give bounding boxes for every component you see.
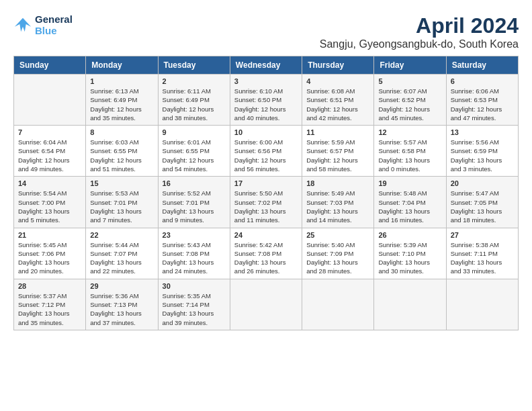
calendar-cell: 26Sunrise: 5:39 AMSunset: 7:10 PMDayligh… — [374, 228, 446, 279]
day-info: Sunrise: 6:11 AMSunset: 6:49 PMDaylight:… — [163, 87, 226, 122]
day-number: 25 — [306, 231, 369, 239]
calendar-table: SundayMondayTuesdayWednesdayThursdayFrid… — [13, 56, 519, 330]
day-number: 12 — [378, 128, 441, 136]
header-row: SundayMondayTuesdayWednesdayThursdayFrid… — [14, 56, 519, 75]
day-info: Sunrise: 5:53 AMSunset: 7:01 PMDaylight:… — [90, 189, 153, 224]
logo: General Blue — [13, 13, 73, 36]
calendar-title: April 2024 — [320, 13, 519, 38]
day-info: Sunrise: 6:07 AMSunset: 6:52 PMDaylight:… — [378, 87, 441, 122]
calendar-cell: 5Sunrise: 6:07 AMSunset: 6:52 PMDaylight… — [374, 75, 446, 126]
day-info: Sunrise: 5:36 AMSunset: 7:13 PMDaylight:… — [90, 291, 153, 327]
calendar-cell: 18Sunrise: 5:49 AMSunset: 7:03 PMDayligh… — [302, 177, 374, 228]
calendar-cell — [14, 75, 86, 126]
day-info: Sunrise: 5:49 AMSunset: 7:03 PMDaylight:… — [306, 189, 369, 224]
calendar-cell: 15Sunrise: 5:53 AMSunset: 7:01 PMDayligh… — [86, 177, 158, 228]
calendar-cell — [302, 279, 374, 330]
day-number: 22 — [90, 231, 153, 239]
day-info: Sunrise: 5:43 AMSunset: 7:08 PMDaylight:… — [163, 240, 226, 276]
calendar-cell: 27Sunrise: 5:38 AMSunset: 7:11 PMDayligh… — [446, 228, 518, 279]
day-number: 20 — [451, 179, 514, 187]
header-cell-friday: Friday — [374, 56, 446, 75]
day-number: 30 — [163, 282, 226, 290]
calendar-cell: 7Sunrise: 6:04 AMSunset: 6:54 PMDaylight… — [14, 126, 86, 177]
header-cell-saturday: Saturday — [446, 56, 518, 75]
calendar-cell: 28Sunrise: 5:37 AMSunset: 7:12 PMDayligh… — [14, 279, 86, 330]
day-info: Sunrise: 6:01 AMSunset: 6:55 PMDaylight:… — [163, 138, 226, 173]
day-number: 2 — [163, 77, 226, 85]
header-cell-wednesday: Wednesday — [230, 56, 302, 75]
calendar-cell: 25Sunrise: 5:40 AMSunset: 7:09 PMDayligh… — [302, 228, 374, 279]
calendar-cell: 10Sunrise: 6:00 AMSunset: 6:56 PMDayligh… — [230, 126, 302, 177]
calendar-cell: 13Sunrise: 5:56 AMSunset: 6:59 PMDayligh… — [446, 126, 518, 177]
title-block: April 2024 Sangju, Gyeongsangbuk-do, Sou… — [320, 13, 519, 50]
day-info: Sunrise: 6:04 AMSunset: 6:54 PMDaylight:… — [18, 138, 81, 173]
day-info: Sunrise: 6:10 AMSunset: 6:50 PMDaylight:… — [234, 87, 298, 122]
calendar-cell: 30Sunrise: 5:35 AMSunset: 7:14 PMDayligh… — [158, 279, 230, 330]
day-info: Sunrise: 5:57 AMSunset: 6:58 PMDaylight:… — [378, 138, 441, 173]
day-number: 26 — [378, 231, 441, 239]
day-number: 23 — [163, 231, 226, 239]
calendar-cell: 17Sunrise: 5:50 AMSunset: 7:02 PMDayligh… — [230, 177, 302, 228]
logo-icon — [13, 15, 32, 34]
header-cell-sunday: Sunday — [14, 56, 86, 75]
calendar-cell: 14Sunrise: 5:54 AMSunset: 7:00 PMDayligh… — [14, 177, 86, 228]
calendar-body: 1Sunrise: 6:13 AMSunset: 6:49 PMDaylight… — [14, 75, 519, 330]
day-info: Sunrise: 5:56 AMSunset: 6:59 PMDaylight:… — [451, 138, 514, 173]
calendar-week-row: 14Sunrise: 5:54 AMSunset: 7:00 PMDayligh… — [14, 177, 519, 228]
svg-marker-0 — [15, 18, 31, 32]
day-info: Sunrise: 5:38 AMSunset: 7:11 PMDaylight:… — [451, 240, 514, 276]
calendar-cell — [374, 279, 446, 330]
calendar-cell: 9Sunrise: 6:01 AMSunset: 6:55 PMDaylight… — [158, 126, 230, 177]
calendar-cell: 11Sunrise: 5:59 AMSunset: 6:57 PMDayligh… — [302, 126, 374, 177]
day-number: 18 — [306, 179, 369, 187]
calendar-cell: 22Sunrise: 5:44 AMSunset: 7:07 PMDayligh… — [86, 228, 158, 279]
day-info: Sunrise: 5:35 AMSunset: 7:14 PMDaylight:… — [163, 291, 226, 327]
day-number: 8 — [90, 128, 153, 136]
calendar-cell: 16Sunrise: 5:52 AMSunset: 7:01 PMDayligh… — [158, 177, 230, 228]
header-cell-tuesday: Tuesday — [158, 56, 230, 75]
calendar-header: SundayMondayTuesdayWednesdayThursdayFrid… — [14, 56, 519, 75]
calendar-cell: 21Sunrise: 5:45 AMSunset: 7:06 PMDayligh… — [14, 228, 86, 279]
day-number: 7 — [18, 128, 81, 136]
day-info: Sunrise: 6:03 AMSunset: 6:55 PMDaylight:… — [90, 138, 153, 173]
day-info: Sunrise: 5:52 AMSunset: 7:01 PMDaylight:… — [163, 189, 226, 224]
day-info: Sunrise: 6:00 AMSunset: 6:56 PMDaylight:… — [234, 138, 298, 173]
calendar-cell: 20Sunrise: 5:47 AMSunset: 7:05 PMDayligh… — [446, 177, 518, 228]
day-info: Sunrise: 5:45 AMSunset: 7:06 PMDaylight:… — [18, 240, 81, 276]
day-info: Sunrise: 6:08 AMSunset: 6:51 PMDaylight:… — [306, 87, 369, 122]
calendar-cell: 6Sunrise: 6:06 AMSunset: 6:53 PMDaylight… — [446, 75, 518, 126]
day-number: 9 — [163, 128, 226, 136]
day-number: 27 — [451, 231, 514, 239]
calendar-week-row: 1Sunrise: 6:13 AMSunset: 6:49 PMDaylight… — [14, 75, 519, 126]
calendar-cell: 23Sunrise: 5:43 AMSunset: 7:08 PMDayligh… — [158, 228, 230, 279]
calendar-cell — [230, 279, 302, 330]
calendar-cell: 1Sunrise: 6:13 AMSunset: 6:49 PMDaylight… — [86, 75, 158, 126]
day-info: Sunrise: 5:37 AMSunset: 7:12 PMDaylight:… — [18, 291, 81, 327]
day-number: 6 — [451, 77, 514, 85]
day-number: 5 — [378, 77, 441, 85]
calendar-cell: 4Sunrise: 6:08 AMSunset: 6:51 PMDaylight… — [302, 75, 374, 126]
day-info: Sunrise: 5:54 AMSunset: 7:00 PMDaylight:… — [18, 189, 81, 224]
page-header: General Blue April 2024 Sangju, Gyeongsa… — [13, 13, 519, 50]
calendar-cell — [446, 279, 518, 330]
day-info: Sunrise: 6:13 AMSunset: 6:49 PMDaylight:… — [90, 87, 153, 122]
day-number: 11 — [306, 128, 369, 136]
day-number: 16 — [163, 179, 226, 187]
day-info: Sunrise: 5:59 AMSunset: 6:57 PMDaylight:… — [306, 138, 369, 173]
day-number: 13 — [451, 128, 514, 136]
calendar-subtitle: Sangju, Gyeongsangbuk-do, South Korea — [320, 38, 519, 50]
calendar-week-row: 7Sunrise: 6:04 AMSunset: 6:54 PMDaylight… — [14, 126, 519, 177]
calendar-week-row: 28Sunrise: 5:37 AMSunset: 7:12 PMDayligh… — [14, 279, 519, 330]
calendar-cell: 2Sunrise: 6:11 AMSunset: 6:49 PMDaylight… — [158, 75, 230, 126]
header-cell-thursday: Thursday — [302, 56, 374, 75]
day-number: 1 — [90, 77, 153, 85]
day-info: Sunrise: 5:44 AMSunset: 7:07 PMDaylight:… — [90, 240, 153, 276]
day-info: Sunrise: 5:39 AMSunset: 7:10 PMDaylight:… — [378, 240, 441, 276]
day-number: 29 — [90, 282, 153, 290]
day-number: 28 — [18, 282, 81, 290]
day-info: Sunrise: 5:42 AMSunset: 7:08 PMDaylight:… — [234, 240, 298, 276]
day-info: Sunrise: 5:48 AMSunset: 7:04 PMDaylight:… — [378, 189, 441, 224]
day-number: 24 — [234, 231, 298, 239]
day-info: Sunrise: 5:40 AMSunset: 7:09 PMDaylight:… — [306, 240, 369, 276]
day-info: Sunrise: 5:47 AMSunset: 7:05 PMDaylight:… — [451, 189, 514, 224]
